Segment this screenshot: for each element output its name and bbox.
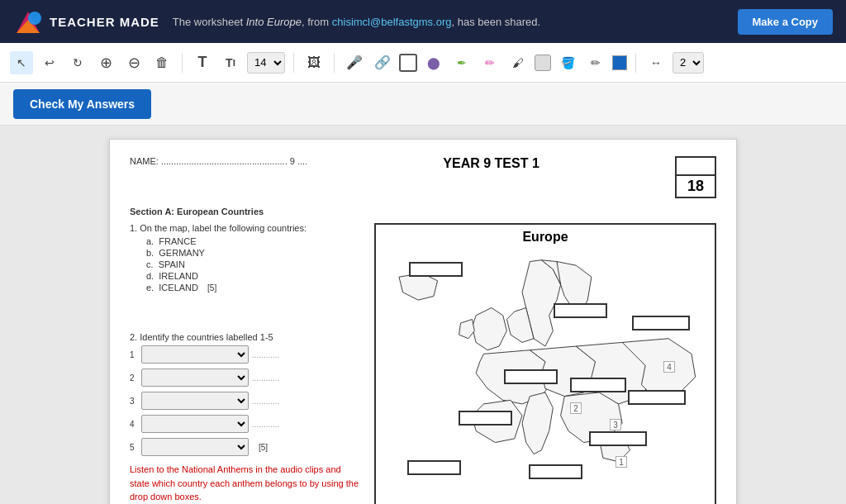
name-line: NAME: ..................................…	[130, 156, 307, 166]
dropdown-row-1: 1 ............	[130, 345, 361, 364]
separator-3	[334, 53, 335, 73]
list-item: d. IRELAND	[146, 271, 361, 281]
country-select-1[interactable]	[141, 345, 249, 364]
list-item: c. SPAIN	[146, 259, 361, 269]
paint-tool[interactable]: 🖌	[506, 51, 530, 74]
font-size-selector[interactable]: 14 ▾	[247, 52, 285, 74]
map-input-balkans[interactable]	[589, 431, 647, 446]
list-item: a. FRANCE	[146, 236, 361, 246]
europe-map: Europe	[374, 223, 716, 504]
section-a-title: Section A: European Countries	[130, 207, 716, 216]
item-name: SPAIN	[159, 259, 185, 269]
separator-1	[182, 53, 183, 73]
worksheet-header: NAME: ..................................…	[130, 156, 716, 198]
check-answers-button[interactable]: Check My Answers	[13, 89, 151, 119]
country-select-4[interactable]	[141, 415, 249, 433]
main-content: NAME: ..................................…	[0, 126, 846, 504]
dropdown-row-5: 5 [5]	[130, 438, 361, 456]
num-selector[interactable]: 2 ▾	[673, 52, 704, 74]
map-input-south[interactable]	[407, 460, 461, 475]
listen-text: Listen to the National Anthems in the au…	[130, 463, 361, 504]
dd-dots-3: ............	[252, 397, 279, 406]
dropdown-row-3: 3 ............	[130, 392, 361, 410]
message-prefix: The worksheet	[173, 16, 246, 28]
right-column: Europe	[374, 223, 716, 504]
dd-dots-1: ............	[252, 350, 279, 359]
country-select-5[interactable]	[141, 438, 249, 456]
dd-num-4: 4	[130, 420, 138, 429]
delete-button[interactable]: 🗑	[150, 51, 173, 74]
score-top	[677, 158, 715, 176]
item-name: IRELAND	[159, 271, 198, 281]
list-item: e. ICELAND [5]	[146, 283, 361, 292]
worksheet: NAME: ..................................…	[109, 139, 737, 504]
logo-icon	[13, 7, 43, 36]
map-label-1: 1	[615, 456, 627, 468]
zoom-in-button[interactable]: ⊕	[94, 51, 117, 74]
map-input-france[interactable]	[504, 369, 558, 384]
undo-button[interactable]: ↩	[38, 51, 61, 74]
fill-tool[interactable]: 🪣	[556, 51, 579, 74]
worksheet-body: 1. On the map, label the following count…	[130, 223, 716, 504]
message-suffix: , has been shared.	[451, 16, 540, 28]
dd-num-2: 2	[130, 373, 138, 383]
dropdown-row-2: 2 ............	[130, 368, 361, 387]
item-name: ICELAND	[159, 283, 198, 292]
question-2: 2. Identify the countries labelled 1-5 1…	[130, 332, 361, 456]
dd-num-1: 1	[130, 350, 138, 359]
marks-2: [5]	[259, 443, 268, 452]
item-letter: a.	[146, 236, 159, 246]
eraser-tool[interactable]	[535, 55, 551, 71]
map-label-2: 2	[570, 402, 582, 414]
score-box: 18	[675, 156, 716, 198]
left-column: 1. On the map, label the following count…	[130, 223, 361, 504]
item-letter: d.	[146, 271, 159, 281]
svg-point-2	[28, 12, 41, 25]
text-tool[interactable]: T	[191, 51, 214, 74]
map-input-germany[interactable]	[554, 303, 607, 318]
dd-num-3: 3	[130, 397, 138, 406]
zoom-out-button[interactable]: ⊖	[122, 51, 145, 74]
country-select-3[interactable]	[141, 392, 249, 410]
separator-4	[635, 53, 636, 73]
circle-tool[interactable]: ⬤	[422, 51, 445, 74]
dd-dots-4: ............	[252, 420, 279, 429]
message-middle: , from	[302, 16, 332, 28]
score-number: 18	[677, 176, 715, 197]
map-input-spain[interactable]	[459, 411, 512, 426]
map-input-east-central[interactable]	[628, 390, 686, 405]
image-tool[interactable]: 🖼	[302, 51, 326, 74]
item-letter: c.	[146, 259, 159, 269]
toolbar: ↖ ↩ ↻ ⊕ ⊖ 🗑 T TI 14 ▾ 🖼 🎤 🔗 ⬤ ✒ ✏ 🖌 🪣 ✏ …	[0, 43, 846, 83]
email-link[interactable]: chisimcl@belfastgms.org	[332, 16, 452, 28]
make-copy-button[interactable]: Make a Copy	[738, 9, 833, 35]
header-message: The worksheet Into Europe, from chisimcl…	[173, 16, 725, 28]
text-size-tool[interactable]: TI	[219, 51, 242, 74]
list-item: b. GERMANY	[146, 248, 361, 258]
draw-pen-tool[interactable]: ✏	[584, 51, 607, 74]
country-select-2[interactable]	[141, 368, 249, 387]
link-tool[interactable]: 🔗	[371, 51, 394, 74]
pencil-tool[interactable]: ✏	[478, 51, 501, 74]
arrows-tool[interactable]: ↔	[644, 51, 668, 74]
map-input-central[interactable]	[570, 378, 626, 392]
question-1: 1. On the map, label the following count…	[130, 223, 361, 292]
color-swatch[interactable]	[612, 55, 627, 70]
cursor-tool[interactable]: ↖	[10, 51, 33, 74]
map-input-iceland[interactable]	[409, 262, 463, 277]
rectangle-tool[interactable]	[399, 54, 417, 72]
worksheet-name: Into Europe	[246, 16, 302, 28]
item-letter: e.	[146, 283, 159, 292]
map-label-4: 4	[663, 361, 675, 373]
dd-num-5: 5	[130, 443, 138, 452]
logo-text: TEACHER MADE	[50, 15, 159, 29]
map-input-southeast[interactable]	[529, 464, 582, 479]
map-label-3: 3	[610, 419, 621, 430]
pen-tool[interactable]: ✒	[450, 51, 473, 74]
item-name: GERMANY	[159, 248, 205, 258]
item-letter: b.	[146, 248, 159, 258]
dd-dots-2: ............	[252, 373, 279, 383]
mic-tool[interactable]: 🎤	[343, 51, 366, 74]
redo-button[interactable]: ↻	[66, 51, 89, 74]
map-input-east1[interactable]	[632, 316, 690, 330]
